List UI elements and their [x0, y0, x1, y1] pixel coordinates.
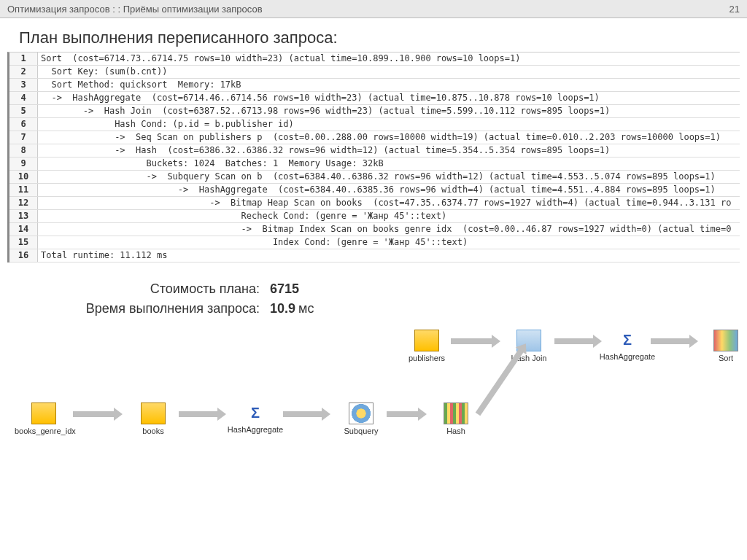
arrow-icon	[451, 338, 493, 344]
arrow-icon	[554, 338, 595, 344]
diagram-label: Hash Join	[500, 354, 558, 362]
plan-row: 7 -> Seq Scan on publishers p (cost=0.00…	[9, 131, 740, 144]
time-value: 10.9	[270, 301, 295, 316]
diagram-node-hash-aggregate-top: ΣHashAggregate	[598, 330, 657, 361]
diagram-node-publishers: publishers	[398, 330, 456, 362]
diagram-label: Sort	[697, 354, 747, 362]
time-unit: мс	[298, 301, 314, 316]
plan-text: -> Seq Scan on publishers p (cost=0.00..…	[38, 131, 740, 144]
plan-text: Index Cond: (genre = 'Жанр 45'::text)	[38, 236, 740, 249]
plan-text: Sort Method: quicksort Memory: 17kB	[38, 79, 740, 91]
plan-row: 10 -> Subquery Scan on b (cost=6384.40..…	[9, 171, 740, 184]
tbl-icon	[31, 402, 56, 424]
diagram-label: publishers	[398, 354, 456, 362]
plan-row: 4 -> HashAggregate (cost=6714.46..6714.5…	[9, 92, 740, 105]
arrow-icon	[651, 338, 691, 344]
line-number: 2	[9, 66, 38, 78]
cost-label: Стоимость плана:	[19, 281, 270, 297]
time-label: Время выполнения запроса:	[19, 301, 270, 316]
plan-row: 14 -> Bitmap Index Scan on books genre i…	[9, 223, 740, 236]
breadcrumb: Оптимизация запросов : : Приёмы оптимиза…	[7, 4, 263, 15]
hash-icon	[444, 402, 468, 424]
plan-row: 8 -> Hash (cost=6386.32..6386.32 rows=96…	[9, 144, 740, 158]
plan-row: 16Total runtime: 11.112 ms	[9, 249, 740, 262]
arrow-icon	[73, 411, 115, 417]
tbl-icon	[141, 402, 166, 424]
diagram-label: books_genre_idx	[15, 427, 73, 435]
arrow-icon	[179, 411, 219, 417]
cost-value: 6715	[270, 281, 299, 297]
plan-row: 13 Recheck Cond: (genre = 'Жанр 45'::tex…	[9, 210, 740, 223]
plan-row: 15 Index Cond: (genre = 'Жанр 45'::text)	[9, 236, 740, 249]
page-title: План выполнения переписанного запроса:	[19, 28, 747, 47]
diagram-label: HashAggregate	[598, 352, 657, 361]
arrow-icon	[283, 411, 323, 417]
diagram-node-books: books	[124, 402, 182, 435]
plan-row: 3 Sort Method: quicksort Memory: 17kB	[9, 79, 740, 92]
plan-row: 1Sort (cost=6714.73..6714.75 rows=10 wid…	[9, 52, 740, 66]
diagram-label: Hash	[427, 427, 485, 435]
line-number: 10	[9, 171, 38, 183]
diagram-node-books-genre-idx: books_genre_idx	[15, 402, 73, 435]
line-number: 13	[9, 210, 38, 222]
plan-row: 12 -> Bitmap Heap Scan on books (cost=47…	[9, 197, 740, 210]
plan-text: -> HashAggregate (cost=6714.46..6714.56 …	[38, 92, 740, 104]
plan-text: Hash Cond: (p.id = b.publisher id)	[38, 118, 740, 131]
query-plan: 1Sort (cost=6714.73..6714.75 rows=10 wid…	[7, 52, 740, 262]
line-number: 12	[9, 197, 38, 209]
plan-row: 9 Buckets: 1024 Batches: 1 Memory Usage:…	[9, 158, 740, 171]
diagram-node-hash-aggregate-bot: ΣHashAggregate	[226, 402, 285, 434]
plan-text: -> HashAggregate (cost=6384.40..6385.36 …	[38, 184, 740, 196]
sort-icon	[713, 330, 738, 351]
line-number: 16	[9, 249, 38, 262]
plan-row: 11 -> HashAggregate (cost=6384.40..6385.…	[9, 184, 740, 197]
metrics: Стоимость плана: 6715 Время выполнения з…	[19, 281, 747, 316]
page-number: 21	[729, 4, 740, 15]
line-number: 8	[9, 144, 38, 157]
line-number: 5	[9, 105, 38, 117]
plan-text: -> Hash (cost=6386.32..6386.32 rows=96 w…	[38, 144, 740, 157]
plan-row: 2 Sort Key: (sum(b.cnt))	[9, 66, 740, 79]
plan-text: -> Bitmap Index Scan on books genre idx …	[38, 223, 740, 236]
diagram-node-subquery: Subquery	[332, 402, 390, 435]
plan-text: Sort Key: (sum(b.cnt))	[38, 66, 740, 78]
line-number: 7	[9, 131, 38, 144]
line-number: 4	[9, 92, 38, 104]
diagram-node-hash: Hash	[427, 402, 485, 435]
plan-row: 5 -> Hash Join (cost=6387.52..6713.98 ro…	[9, 105, 740, 118]
plan-text: Buckets: 1024 Batches: 1 Memory Usage: 3…	[38, 158, 740, 170]
plan-text: Recheck Cond: (genre = 'Жанр 45'::text)	[38, 210, 740, 222]
plan-text: -> Hash Join (cost=6387.52..6713.98 rows…	[38, 105, 740, 117]
diagram-label: Subquery	[332, 427, 390, 435]
sum-icon: Σ	[616, 330, 639, 350]
line-number: 3	[9, 79, 38, 91]
plan-text: -> Bitmap Heap Scan on books (cost=47.35…	[38, 197, 740, 209]
plan-text: -> Subquery Scan on b (cost=6384.40..638…	[38, 171, 740, 183]
line-number: 9	[9, 158, 38, 170]
line-number: 1	[9, 52, 38, 65]
sum-icon: Σ	[244, 402, 267, 423]
plan-row: 6 Hash Cond: (p.id = b.publisher id)	[9, 118, 740, 131]
line-number: 14	[9, 223, 38, 236]
plan-text: Sort (cost=6714.73..6714.75 rows=10 widt…	[38, 52, 740, 65]
diagram-node-sort: Sort	[697, 330, 747, 362]
subq-icon	[349, 402, 374, 424]
line-number: 6	[9, 118, 38, 131]
arrow-icon	[387, 411, 419, 417]
plan-diagram: publishersHash JoinΣHashAggregateSortboo…	[0, 330, 747, 475]
tbl-icon	[414, 330, 439, 351]
diagram-label: books	[124, 427, 182, 435]
diagram-label: HashAggregate	[226, 425, 285, 434]
slide-header: Оптимизация запросов : : Приёмы оптимиза…	[0, 0, 747, 18]
plan-text: Total runtime: 11.112 ms	[38, 249, 740, 262]
line-number: 11	[9, 184, 38, 196]
line-number: 15	[9, 236, 38, 249]
